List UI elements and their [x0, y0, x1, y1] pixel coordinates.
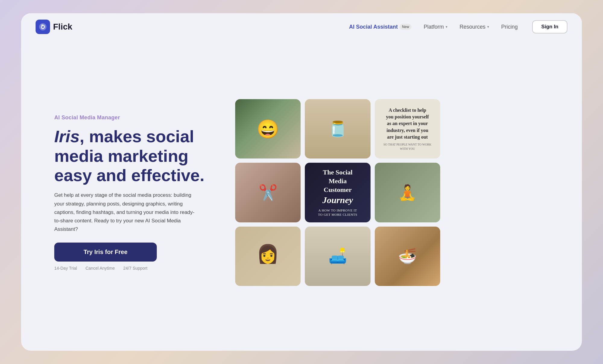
meta-trial: 14-Day Trial: [54, 266, 77, 271]
resources-chevron: ▾: [487, 25, 489, 29]
grid-cell-9: [375, 227, 440, 286]
nav-ai-social[interactable]: AI Social Assistant New: [349, 24, 412, 30]
nav-platform[interactable]: Platform ▾: [424, 24, 447, 30]
sign-in-button[interactable]: Sign In: [532, 20, 567, 33]
grid-cell-3-text: A checklist to helpyou position yourself…: [381, 107, 434, 151]
grid-cell-7: [235, 227, 301, 286]
hero-title-iris: Iris: [54, 127, 80, 146]
cta-meta: 14-Day Trial Cancel Anytime 24/7 Support: [54, 266, 211, 271]
logo-area: Flick: [36, 20, 72, 34]
hero-description: Get help at every stage of the social me…: [54, 191, 199, 233]
meta-support: 24/7 Support: [123, 266, 147, 271]
eyebrow-label: AI Social Media Manager: [54, 115, 211, 121]
hero-title: Iris, makes social media marketing easy …: [54, 127, 211, 185]
nav-links: AI Social Assistant New Platform ▾ Resou…: [349, 24, 518, 30]
navbar: Flick AI Social Assistant New Platform ▾…: [21, 13, 582, 40]
ai-badge: New: [399, 24, 412, 30]
meta-cancel: Cancel Anytime: [85, 266, 115, 271]
grid-cell-1: [235, 99, 301, 158]
brand-name: Flick: [53, 22, 72, 32]
main-card: Flick AI Social Assistant New Platform ▾…: [21, 13, 582, 351]
image-grid: A checklist to helpyou position yourself…: [235, 99, 440, 286]
hero-left: AI Social Media Manager Iris, makes soci…: [54, 115, 211, 270]
grid-cell-8: [305, 227, 370, 286]
grid-cell-3: A checklist to helpyou position yourself…: [375, 99, 440, 158]
cta-button[interactable]: Try Iris for Free: [54, 243, 157, 262]
hero-section: AI Social Media Manager Iris, makes soci…: [21, 40, 582, 351]
svg-point-0: [39, 23, 46, 30]
platform-chevron: ▾: [446, 25, 447, 29]
grid-cell-5-text: The SocialMediaCustomer Journey A HOW TO…: [318, 168, 357, 217]
grid-cell-5: The SocialMediaCustomer Journey A HOW TO…: [305, 163, 370, 222]
logo-icon: [36, 20, 50, 34]
grid-cell-6: [375, 163, 440, 222]
nav-resources[interactable]: Resources ▾: [459, 24, 489, 30]
grid-cell-4: [235, 163, 301, 222]
cta-area: Try Iris for Free 14-Day Trial Cancel An…: [54, 243, 211, 271]
nav-pricing[interactable]: Pricing: [501, 24, 518, 30]
grid-cell-2: [305, 99, 370, 158]
